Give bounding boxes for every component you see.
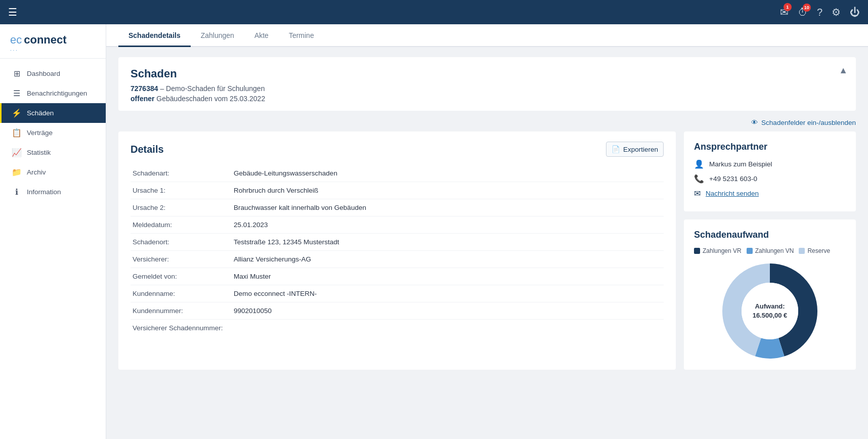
legend-reserve: Reserve	[799, 247, 830, 254]
field-label: Ursache 1:	[131, 182, 232, 199]
sidebar-item-label: Archiv	[27, 168, 46, 176]
content-row: Details 📄 Exportieren Schadenart:Gebäude…	[118, 131, 856, 370]
mail-send-icon: ✉	[694, 189, 701, 198]
main: Schadendetails Zahlungen Akte Termine Sc…	[106, 24, 868, 439]
table-row: Meldedatum:25.01.2023	[131, 216, 664, 234]
table-row: Ursache 1:Rohrbruch durch Verschleiß	[131, 182, 664, 199]
table-row: Kundenname:Demo ecconnect -INTERN-	[131, 285, 664, 302]
aufwand-center-value: 16.500,00 €	[753, 312, 788, 319]
table-row: Schadenort:Teststraße 123, 12345 Musters…	[131, 234, 664, 251]
contact-name-row: 👤 Markus zum Beispiel	[694, 159, 846, 169]
table-row: Kundennummer:9902010050	[131, 302, 664, 320]
schaeden-icon: ⚡	[12, 108, 22, 118]
aufwand-card: Schadenaufwand Zahlungen VR Zahlungen VN	[684, 219, 856, 370]
sidebar-item-label: Schäden	[27, 109, 54, 117]
phone-icon: 📞	[694, 174, 704, 184]
schaden-id: 7276384	[131, 84, 158, 93]
table-row: Gemeldet von:Maxi Muster	[131, 268, 664, 285]
field-value: 25.01.2023	[232, 216, 664, 234]
contact-name: Markus zum Beispiel	[709, 160, 772, 168]
table-row: Schadenart:Gebäude-Leitungswasserschaden	[131, 165, 664, 182]
hamburger-icon[interactable]: ☰	[8, 6, 17, 18]
clock-icon[interactable]: ⏱ 10	[798, 7, 808, 18]
export-label: Exportieren	[623, 146, 658, 153]
tab-termine[interactable]: Termine	[279, 24, 324, 47]
sidebar-item-information[interactable]: ℹ Information	[0, 182, 106, 202]
field-value: Maxi Muster	[232, 268, 664, 285]
logo-connect: connect	[24, 33, 66, 47]
field-value: Brauchwasser kalt innerhalb von Gebäuden	[232, 199, 664, 216]
sidebar-item-schaeden[interactable]: ⚡ Schäden	[0, 103, 106, 123]
field-value: 9902010050	[232, 302, 664, 320]
field-value: Teststraße 123, 12345 Musterstadt	[232, 234, 664, 251]
sidebar-item-label: Information	[27, 188, 61, 196]
topnav: ☰ ✉ 1 ⏱ 10 ? ⚙ ⏻	[0, 0, 868, 24]
sidebar-item-label: Verträge	[27, 129, 53, 137]
field-label: Meldedatum:	[131, 216, 232, 234]
schaden-status-detail: Gebäudeschaden vom 25.03.2022	[156, 95, 265, 103]
settings-icon[interactable]: ⚙	[832, 6, 841, 18]
person-icon: 👤	[694, 159, 704, 169]
vertraege-icon: 📋	[12, 128, 22, 138]
sidebar-item-archiv[interactable]: 📁 Archiv	[0, 162, 106, 182]
field-label: Gemeldet von:	[131, 268, 232, 285]
aufwand-legend: Zahlungen VR Zahlungen VN Reserve	[694, 247, 846, 254]
help-icon[interactable]: ?	[817, 7, 822, 18]
pdf-icon: 📄	[612, 145, 620, 153]
legend-zahlungen-vn: Zahlungen VN	[747, 247, 794, 254]
layout: ecconnect · · · ⊞ Dashboard ☰ Benachrich…	[0, 24, 868, 439]
mail-badge: 1	[784, 3, 792, 11]
legend-dot-reserve	[799, 248, 805, 254]
clock-badge: 10	[803, 4, 811, 12]
send-message-link[interactable]: Nachricht senden	[706, 190, 759, 197]
logout-icon[interactable]: ⏻	[850, 7, 860, 18]
schaden-title: Schaden	[131, 67, 844, 80]
field-value: Gebäude-Leitungswasserschaden	[232, 165, 664, 182]
ansprechpartner-title: Ansprechpartner	[694, 142, 846, 152]
donut-chart: Aufwand: 16.500,00 €	[719, 260, 820, 362]
field-value: Allianz Versicherungs-AG	[232, 251, 664, 268]
field-value	[232, 320, 664, 337]
contact-phone: +49 5231 603-0	[709, 175, 757, 183]
toggle-fields-button[interactable]: 👁 Schadenfelder ein-/ausblenden	[118, 119, 856, 126]
sidebar-item-label: Benachrichtigungen	[27, 90, 87, 97]
schaden-status-label: offener	[131, 95, 154, 103]
tab-schadendetails[interactable]: Schadendetails	[118, 24, 191, 47]
sidebar-nav: ⊞ Dashboard ☰ Benachrichtigungen ⚡ Schäd…	[0, 64, 106, 439]
legend-dot-vn	[747, 248, 753, 254]
field-value: Rohrbruch durch Verschleiß	[232, 182, 664, 199]
eye-icon: 👁	[751, 119, 758, 126]
sidebar-item-statistik[interactable]: 📈 Statistik	[0, 143, 106, 162]
collapse-button[interactable]: ▲	[839, 65, 848, 76]
contact-message-row[interactable]: ✉ Nachricht senden	[694, 189, 846, 198]
table-row: Versicherer:Allianz Versicherungs-AG	[131, 251, 664, 268]
donut-container: Aufwand: 16.500,00 €	[694, 260, 846, 362]
legend-dot-vr	[694, 248, 700, 254]
export-button[interactable]: 📄 Exportieren	[606, 142, 664, 157]
right-panel: Ansprechpartner 👤 Markus zum Beispiel 📞 …	[684, 131, 856, 370]
mail-icon[interactable]: ✉ 1	[780, 6, 789, 18]
logo-tagline: · · ·	[10, 48, 96, 53]
toggle-fields-label: Schadenfelder ein-/ausblenden	[761, 119, 856, 126]
content-area: Schaden 7276384 – Demo-Schaden für Schul…	[106, 47, 868, 439]
sidebar-item-benachrichtigungen[interactable]: ☰ Benachrichtigungen	[0, 83, 106, 103]
field-label: Kundenname:	[131, 285, 232, 302]
sidebar-item-vertraege[interactable]: 📋 Verträge	[0, 123, 106, 143]
information-icon: ℹ	[12, 187, 22, 197]
sidebar-item-dashboard[interactable]: ⊞ Dashboard	[0, 64, 106, 83]
tab-akte[interactable]: Akte	[244, 24, 279, 47]
logo-ec: ec	[10, 33, 22, 47]
field-label: Ursache 2:	[131, 199, 232, 216]
logo-area: ecconnect · · ·	[0, 24, 106, 59]
details-table: Schadenart:Gebäude-Leitungswasserschaden…	[131, 165, 664, 336]
tab-zahlungen[interactable]: Zahlungen	[191, 24, 244, 47]
legend-label-vr: Zahlungen VR	[703, 247, 742, 254]
benachrichtigungen-icon: ☰	[12, 89, 22, 98]
legend-label-reserve: Reserve	[807, 247, 830, 254]
legend-zahlungen-vr: Zahlungen VR	[694, 247, 742, 254]
field-value: Demo ecconnect -INTERN-	[232, 285, 664, 302]
aufwand-center-label: Aufwand:	[755, 302, 785, 310]
field-label: Schadenort:	[131, 234, 232, 251]
table-row: Ursache 2:Brauchwasser kalt innerhalb vo…	[131, 199, 664, 216]
donut-center-label: Aufwand: 16.500,00 €	[753, 302, 788, 320]
